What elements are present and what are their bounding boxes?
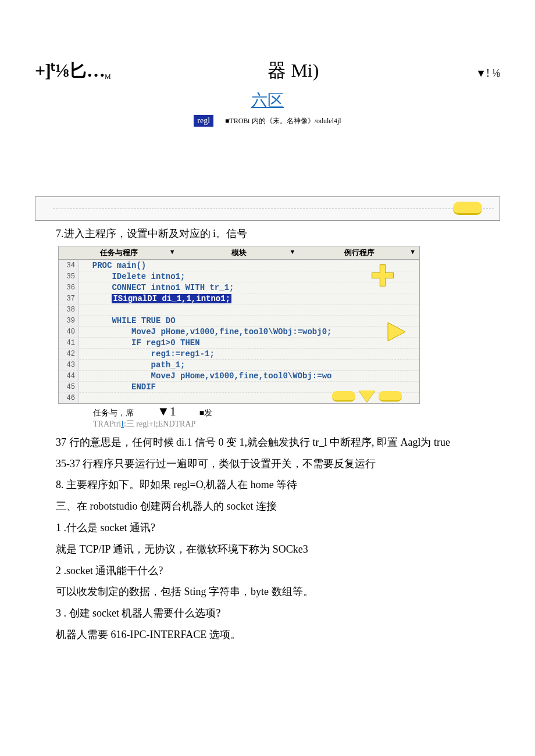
- yellow-pill-icon[interactable]: [379, 391, 402, 402]
- code-line[interactable]: 41 IF reg1>0 THEN: [59, 337, 419, 348]
- divider-block: [35, 196, 500, 221]
- para-3: 8. 主要程序如下。即如果 regl=O,机器人在 home 等待: [35, 476, 500, 493]
- header-left: +]ᵗ⅛匕…M: [35, 58, 111, 84]
- header-left-sub: M: [105, 73, 111, 81]
- trob-text: ■TROBt 内的《末。名神像》/odulel4jl: [225, 116, 341, 126]
- code-line[interactable]: 40 MoveJ pHome,v1000,fine,tool0\WObj:=wo…: [59, 326, 419, 337]
- header-mid: 器 Mi): [268, 58, 319, 84]
- line-number: 42: [59, 349, 79, 359]
- code-text: ISignalDI di_1,1,intno1;: [79, 293, 231, 304]
- line-number: 46: [59, 393, 79, 403]
- code-line[interactable]: 43 path_1;: [59, 359, 419, 370]
- dropdown-arrow-icon: ▼: [409, 248, 416, 255]
- code-line[interactable]: 34 PROC main(): [59, 260, 419, 271]
- header-left-text: +]ᵗ⅛匕…: [35, 60, 105, 81]
- bottom-icons: [332, 390, 402, 402]
- mini-b: ▼1: [157, 404, 176, 419]
- para-1: 37 行的意思是，任何时候 di.1 信号 0 变 1,就会触发执行 tr_l …: [35, 434, 500, 451]
- code-tabs: 任务与程序▼ 模块▼ 例行程序▼: [59, 246, 419, 260]
- code-text: WHILE TRUE DO: [79, 316, 176, 326]
- section7-text: 7.进入主程序，设置中断及对应的 i。信号: [35, 225, 500, 242]
- mini-row: 任务与，席 ▼1 ■发: [93, 404, 500, 419]
- yellow-pill-icon: [453, 202, 482, 215]
- tab-tasks-label: 任务与程序: [100, 248, 138, 257]
- code-text: PROC main(): [79, 260, 146, 271]
- mini-c: ■发: [199, 408, 212, 418]
- mini-a: 任务与，席: [93, 408, 134, 418]
- line-number: 38: [59, 304, 79, 315]
- line-number: 36: [59, 282, 79, 293]
- line-number: 45: [59, 382, 79, 392]
- para-2: 35-37 行程序只要运行过一遍即可，类似于设置开关，不需要反复运行: [35, 456, 500, 472]
- down-triangle-icon[interactable]: [359, 390, 375, 402]
- para-6: 就是 TCP/IP 通讯，无协议，在微软环境下称为 SOCke3: [35, 541, 500, 558]
- para-10: 机器人需要 616-IPC-INTERFACE 选项。: [35, 626, 500, 643]
- code-prefix: [83, 294, 112, 303]
- code-body: 34 PROC main() 35 IDelete intno1; 36 CON…: [59, 260, 419, 403]
- code-line[interactable]: 44 MoveJ pHome,v1000,fine,tool0\WObj:=wo: [59, 370, 419, 381]
- code-text: MoveJ pHome,v1000,fine,tool0\WObj:=wobj0…: [79, 327, 331, 337]
- trap-line: TRAPtriI:三 regl+l;ENDTRAP: [93, 419, 500, 429]
- code-line[interactable]: 38: [59, 304, 419, 315]
- code-text: reg1:=reg1-1;: [79, 349, 215, 359]
- plus-icon[interactable]: [369, 262, 396, 289]
- dropdown-arrow-icon: ▼: [169, 248, 176, 255]
- line-number: 40: [59, 327, 79, 337]
- regl-box[interactable]: regl: [194, 115, 213, 127]
- code-text: path_1;: [79, 360, 185, 370]
- header-row: +]ᵗ⅛匕…M 器 Mi) ▼! ⅛: [35, 58, 500, 84]
- dropdown-arrow-icon: ▼: [289, 248, 295, 255]
- code-line[interactable]: 39 WHILE TRUE DO: [59, 315, 419, 326]
- code-line[interactable]: 37 ISignalDI di_1,1,intno1;: [59, 293, 419, 304]
- svg-marker-0: [388, 323, 405, 341]
- line-number: 35: [59, 271, 79, 282]
- code-text: [79, 304, 83, 315]
- code-line[interactable]: 42 reg1:=reg1-1;: [59, 348, 419, 359]
- code-text: MoveJ pHome,v1000,fine,tool0\WObj:=wo: [79, 371, 331, 381]
- tab-module[interactable]: 模块▼: [179, 246, 299, 259]
- trap-a: TRAPtri: [93, 420, 121, 428]
- divider-line: [53, 209, 494, 209]
- code-text: [79, 393, 83, 403]
- line-number: 39: [59, 316, 79, 326]
- line-number: 43: [59, 360, 79, 370]
- trap-c: :三 regl+l;ENDTRAP: [124, 420, 195, 428]
- code-highlight: ISignalDI di_1,1,intno1;: [112, 294, 231, 303]
- tab-routine-label: 例行程序: [344, 248, 374, 257]
- code-text: IF reg1>0 THEN: [79, 338, 200, 348]
- yellow-pill-icon[interactable]: [332, 391, 355, 402]
- para-9: 3 . 创建 socket 机器人需要什么选项?: [35, 605, 500, 622]
- line-number: 34: [59, 260, 79, 271]
- link-area: 六区 regl ■TROBt 内的《末。名神像》/odulel4jl: [35, 89, 500, 127]
- tab-routine[interactable]: 例行程序▼: [299, 246, 419, 259]
- line-number: 37: [59, 293, 79, 304]
- tab-tasks[interactable]: 任务与程序▼: [59, 246, 179, 259]
- code-text: ENDIF: [79, 382, 156, 392]
- code-line[interactable]: 35 IDelete intno1;: [59, 271, 419, 282]
- play-icon[interactable]: [384, 320, 408, 343]
- link-title[interactable]: 六区: [251, 91, 284, 109]
- code-panel: 任务与程序▼ 模块▼ 例行程序▼ 34 PROC main() 35 IDele…: [58, 246, 420, 404]
- para-5: 1 .什么是 socket 通讯?: [35, 519, 500, 536]
- header-right: ▼! ⅛: [476, 67, 500, 80]
- para-4: 三、在 robotstudio 创建两台机器人的 socket 连接: [35, 498, 500, 515]
- line-number: 41: [59, 338, 79, 348]
- code-text: CONNECT intno1 WITH tr_1;: [79, 282, 234, 293]
- para-8: 可以收发制定的数据，包括 Sting 字符串，byte 数组等。: [35, 583, 500, 600]
- code-line[interactable]: 36 CONNECT intno1 WITH tr_1;: [59, 282, 419, 293]
- para-7: 2 .socket 通讯能干什么?: [35, 562, 500, 579]
- line-number: 44: [59, 371, 79, 381]
- code-text: IDelete intno1;: [79, 271, 185, 282]
- tab-module-label: 模块: [231, 248, 247, 257]
